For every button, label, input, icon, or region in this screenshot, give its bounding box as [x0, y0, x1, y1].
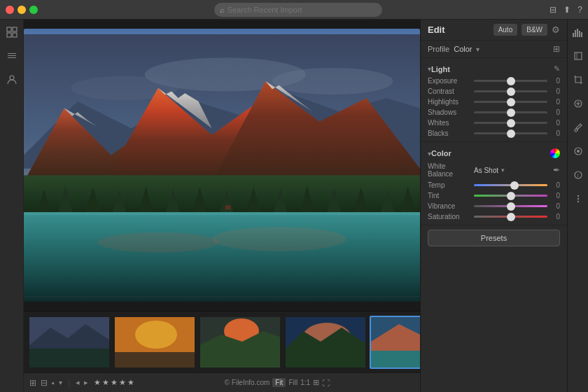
blacks-thumb[interactable] — [507, 130, 515, 138]
brush-icon[interactable] — [571, 120, 585, 134]
temp-slider[interactable] — [474, 184, 547, 186]
whites-slider-row: Whites 0 — [421, 118, 567, 128]
sidebar-catalog-icon[interactable] — [5, 49, 19, 63]
whites-thumb[interactable] — [507, 119, 515, 127]
histogram-icon[interactable] — [571, 25, 585, 39]
close-button[interactable] — [6, 6, 14, 14]
crop-icon[interactable] — [571, 73, 585, 87]
wb-dropdown-icon[interactable]: ▾ — [501, 167, 505, 174]
vibrance-slider[interactable] — [474, 205, 547, 207]
wb-eyedropper-icon[interactable]: ✒ — [553, 165, 560, 175]
vibrance-label: Vibrance — [428, 202, 471, 210]
detail-view-icon[interactable]: ⊟ — [41, 378, 48, 388]
help-icon[interactable]: ? — [578, 5, 582, 15]
filmstrip-thumb-2[interactable] — [113, 316, 196, 369]
filmstrip-thumb-3[interactable] — [199, 316, 281, 369]
presets-button[interactable]: Presets — [428, 230, 560, 246]
sidebar-navigator-icon[interactable] — [5, 25, 19, 39]
settings-icon[interactable]: ⚙ — [552, 24, 560, 35]
star-5[interactable]: ★ — [127, 378, 134, 387]
shadows-thumb[interactable] — [507, 108, 515, 117]
search-input[interactable] — [227, 6, 377, 14]
svg-point-69 — [577, 201, 578, 202]
thumb-image-4 — [286, 317, 365, 368]
square-view-icon[interactable]: ▪ — [52, 379, 55, 387]
more-icon[interactable] — [571, 192, 585, 206]
contrast-slider[interactable] — [474, 90, 547, 92]
filmstrip-thumb-4[interactable] — [284, 316, 367, 369]
adjust-icon[interactable] — [571, 144, 585, 158]
tint-value: 0 — [550, 192, 560, 200]
sidebar-people-icon[interactable] — [5, 73, 19, 87]
star-3[interactable]: ★ — [111, 378, 118, 387]
thumb-image-3 — [200, 317, 280, 368]
highlights-thumb[interactable] — [507, 98, 515, 106]
temp-thumb[interactable] — [510, 181, 519, 190]
star-rating[interactable]: ★ ★ ★ ★ ★ — [94, 378, 134, 387]
saturation-thumb[interactable] — [507, 213, 515, 221]
exposure-thumb[interactable] — [507, 77, 515, 85]
search-input-wrap[interactable]: ⌕ — [214, 3, 382, 17]
svg-rect-54 — [573, 33, 574, 37]
shadows-slider[interactable] — [474, 111, 547, 113]
star-4[interactable]: ★ — [119, 378, 126, 387]
filmstrip-thumb-5[interactable] — [370, 316, 420, 369]
fit-label[interactable]: Fit — [272, 378, 286, 387]
vibrance-value: 0 — [550, 202, 560, 210]
highlights-slider[interactable] — [474, 101, 547, 103]
blacks-label: Blacks — [428, 130, 471, 137]
heal-icon[interactable] — [571, 97, 585, 111]
filter-icon[interactable]: ⊟ — [550, 5, 556, 15]
bottom-bar: ⊞ ⊟ ▪ ▾ | ◂ ▸ ★ ★ ★ ★ ★ © FileInfo.com F… — [24, 372, 420, 392]
svg-rect-55 — [575, 30, 576, 37]
contrast-thumb[interactable] — [507, 88, 515, 96]
svg-rect-37 — [24, 212, 420, 215]
filmstrip — [24, 311, 420, 372]
expand-icon[interactable]: ⛶ — [322, 379, 330, 387]
minimize-button[interactable] — [18, 6, 26, 14]
star-1[interactable]: ★ — [94, 378, 101, 387]
grid-icon[interactable]: ⊞ — [313, 378, 319, 387]
profile-value: Color — [454, 45, 472, 53]
nav-icons: ◂ ▸ — [76, 378, 88, 387]
highlights-value: 0 — [550, 98, 560, 106]
far-right-toolbar: i — [567, 20, 588, 392]
list-view-chevron[interactable]: ▾ — [59, 379, 62, 386]
search-bar: ⌕ — [46, 3, 550, 17]
exposure-slider[interactable] — [474, 80, 547, 82]
color-section-header[interactable]: ▾ Color — [421, 145, 567, 160]
blacks-slider[interactable] — [474, 132, 547, 134]
vibrance-thumb[interactable] — [507, 202, 515, 211]
fill-label[interactable]: Fill — [288, 379, 298, 386]
filmstrip-thumb-1[interactable] — [28, 316, 111, 369]
whites-slider[interactable] — [474, 122, 547, 124]
saturation-slider[interactable] — [474, 216, 547, 218]
exposure-slider-row: Exposure 0 — [421, 76, 567, 86]
auto-button[interactable]: Auto — [493, 24, 518, 36]
grid-view-icon[interactable]: ⊞ — [29, 378, 36, 388]
svg-rect-0 — [7, 27, 11, 31]
svg-rect-59 — [575, 52, 582, 59]
star-2[interactable]: ★ — [102, 378, 109, 387]
light-section-header[interactable]: ▾ Light ✎ — [421, 61, 567, 76]
maximize-button[interactable] — [29, 6, 38, 14]
next-icon[interactable]: ▸ — [84, 378, 88, 387]
profile-grid-icon[interactable]: ⊞ — [553, 44, 560, 54]
color-target-icon[interactable] — [550, 148, 560, 158]
svg-rect-41 — [29, 349, 111, 369]
tint-thumb[interactable] — [507, 192, 515, 200]
info-icon[interactable]: i — [571, 168, 585, 182]
highlights-slider-row: Highlights 0 — [421, 97, 567, 107]
share-icon[interactable]: ⬆ — [564, 5, 570, 15]
light-auto-icon[interactable]: ✎ — [554, 64, 560, 74]
tint-slider[interactable] — [474, 195, 547, 197]
svg-rect-1 — [13, 27, 17, 31]
highlights-label: Highlights — [428, 98, 471, 106]
ratio-label[interactable]: 1:1 — [300, 379, 310, 386]
exposure-label: Exposure — [428, 77, 471, 85]
edit-icon[interactable] — [571, 49, 585, 63]
svg-text:i: i — [578, 173, 579, 178]
profile-dropdown-icon[interactable]: ▾ — [476, 46, 479, 53]
bw-button[interactable]: B&W — [522, 24, 547, 36]
prev-icon[interactable]: ◂ — [76, 378, 80, 387]
